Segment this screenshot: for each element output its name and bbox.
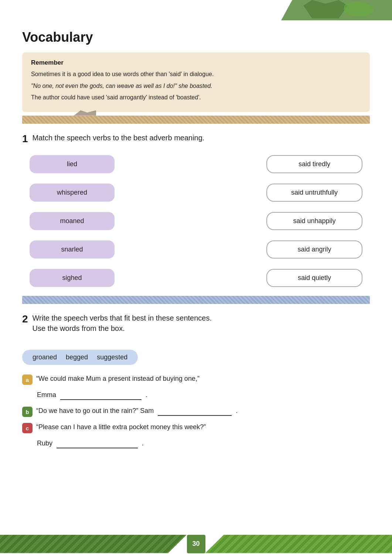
adverb-said-unhappily[interactable]: said unhappily: [266, 212, 362, 230]
sentence-a: a “We could make Mum a present instead o…: [22, 374, 370, 385]
sentence-b-text: “Do we have to go out in the rain?” Sam …: [36, 406, 370, 416]
remember-box: Remember Sometimes it is a good idea to …: [22, 52, 370, 112]
answer-line-a[interactable]: [60, 399, 142, 400]
verb-whispered[interactable]: whispered: [30, 184, 115, 202]
verb-snarled[interactable]: snarled: [30, 240, 115, 259]
sentence-a-sub-text: Emma .: [37, 391, 147, 399]
top-splatter: [303, 0, 348, 18]
section2-header: 2 Write the speech verbs that fit best i…: [22, 313, 370, 334]
word-suggested: suggested: [97, 353, 127, 361]
section2-instruction: Write the speech verbs that fit best in …: [33, 313, 212, 334]
adverb-said-tiredly[interactable]: said tiredly: [266, 155, 362, 173]
answer-line-b[interactable]: [158, 414, 232, 416]
top-decoration: [0, 0, 392, 22]
sentence-c-text: “Please can I have a little extra pocket…: [36, 422, 370, 432]
section1-instruction: Match the speech verbs to the best adver…: [33, 133, 205, 143]
remember-line3: The author could have used 'said arrogan…: [31, 93, 361, 102]
remember-heading: Remember: [31, 59, 361, 66]
adverb-said-angrily[interactable]: said angrily: [266, 240, 362, 259]
tan-divider: [22, 116, 370, 124]
verb-moaned[interactable]: moaned: [30, 212, 115, 230]
remember-line2: "No one, not even the gods, can weave as…: [31, 81, 361, 91]
right-column: said tiredly said untruthfully said unha…: [266, 155, 362, 287]
badge-c: c: [22, 423, 33, 433]
sentence-b: b “Do we have to go out in the rain?” Sa…: [22, 406, 370, 417]
section2-number: 2: [22, 313, 28, 325]
remember-line1: Sometimes it is a good idea to use words…: [31, 69, 361, 79]
word-box: groaned begged suggested: [22, 350, 138, 365]
section1-number: 1: [22, 133, 28, 145]
section1-header: 1 Match the speech verbs to the best adv…: [22, 133, 370, 145]
sentence-a-sub: Emma .: [22, 390, 370, 400]
bottom-left-pattern: [0, 535, 187, 553]
word-begged: begged: [66, 353, 88, 361]
left-column: lied whispered moaned snarled sighed: [30, 155, 115, 287]
badge-a: a: [22, 375, 33, 385]
match-container: lied whispered moaned snarled sighed sai…: [22, 155, 370, 287]
adverb-said-untruthfully[interactable]: said untruthfully: [266, 184, 362, 202]
sentence-c-sub-text: Ruby .: [37, 440, 144, 447]
sentence-c: c “Please can I have a little extra pock…: [22, 422, 370, 433]
adverb-said-quietly[interactable]: said quietly: [266, 269, 362, 287]
page-number: 30: [187, 535, 205, 553]
page-title: Vocabulary: [22, 30, 370, 45]
badge-b: b: [22, 407, 33, 417]
verb-lied[interactable]: lied: [30, 155, 115, 173]
answer-line-c[interactable]: [57, 447, 138, 448]
verb-sighed[interactable]: sighed: [30, 269, 115, 287]
bottom-right-pattern: [205, 535, 392, 553]
word-groaned: groaned: [33, 353, 57, 361]
sentence-c-sub: Ruby .: [22, 438, 370, 448]
blue-divider: [22, 296, 370, 304]
bottom-decoration: 30: [0, 534, 392, 554]
sentence-a-text: “We could make Mum a present instead of …: [36, 374, 370, 384]
